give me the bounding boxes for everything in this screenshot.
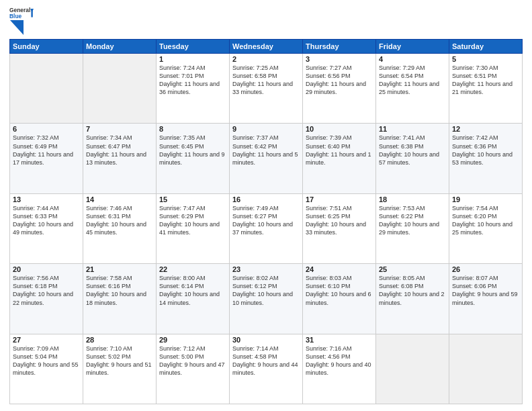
calendar-cell: 30Sunrise: 7:14 AM Sunset: 4:58 PM Dayli… — [230, 334, 303, 404]
calendar-cell: 24Sunrise: 8:03 AM Sunset: 6:10 PM Dayli… — [303, 264, 376, 334]
cell-info: Sunrise: 7:46 AM Sunset: 6:31 PM Dayligh… — [86, 204, 153, 237]
calendar-cell: 13Sunrise: 7:44 AM Sunset: 6:33 PM Dayli… — [10, 193, 83, 263]
calendar-cell — [449, 334, 523, 404]
calendar-cell: 5Sunrise: 7:30 AM Sunset: 6:51 PM Daylig… — [449, 54, 523, 124]
calendar-cell: 17Sunrise: 7:51 AM Sunset: 6:25 PM Dayli… — [303, 193, 376, 263]
calendar-cell: 20Sunrise: 7:56 AM Sunset: 6:18 PM Dayli… — [10, 264, 83, 334]
calendar-cell: 22Sunrise: 8:00 AM Sunset: 6:14 PM Dayli… — [157, 264, 230, 334]
calendar-cell: 19Sunrise: 7:54 AM Sunset: 6:20 PM Dayli… — [449, 193, 523, 263]
weekday-header-tuesday: Tuesday — [157, 40, 230, 54]
cell-info: Sunrise: 8:00 AM Sunset: 6:14 PM Dayligh… — [159, 274, 226, 307]
cell-info: Sunrise: 7:49 AM Sunset: 6:27 PM Dayligh… — [232, 204, 300, 237]
day-number: 12 — [452, 125, 519, 133]
calendar-cell: 31Sunrise: 7:16 AM Sunset: 4:56 PM Dayli… — [303, 334, 376, 404]
calendar-cell: 26Sunrise: 8:07 AM Sunset: 6:06 PM Dayli… — [449, 264, 523, 334]
calendar-cell: 11Sunrise: 7:41 AM Sunset: 6:38 PM Dayli… — [376, 124, 449, 193]
cell-info: Sunrise: 7:30 AM Sunset: 6:51 PM Dayligh… — [452, 64, 519, 97]
day-number: 4 — [379, 55, 446, 63]
weekday-header-monday: Monday — [83, 40, 157, 54]
cell-info: Sunrise: 7:09 AM Sunset: 5:04 PM Dayligh… — [13, 345, 80, 377]
svg-text:Blue: Blue — [9, 13, 22, 19]
calendar-cell: 23Sunrise: 8:02 AM Sunset: 6:12 PM Dayli… — [230, 264, 303, 334]
day-number: 29 — [159, 336, 226, 344]
day-number: 18 — [379, 195, 446, 203]
calendar-cell: 15Sunrise: 7:47 AM Sunset: 6:29 PM Dayli… — [157, 193, 230, 263]
calendar-cell: 8Sunrise: 7:35 AM Sunset: 6:45 PM Daylig… — [157, 124, 230, 193]
calendar-cell: 10Sunrise: 7:39 AM Sunset: 6:40 PM Dayli… — [303, 124, 376, 193]
cell-info: Sunrise: 7:32 AM Sunset: 6:49 PM Dayligh… — [13, 134, 80, 167]
day-number: 8 — [159, 125, 226, 133]
week-row-3: 13Sunrise: 7:44 AM Sunset: 6:33 PM Dayli… — [10, 193, 523, 263]
cell-info: Sunrise: 8:03 AM Sunset: 6:10 PM Dayligh… — [306, 274, 373, 307]
day-number: 30 — [232, 336, 300, 344]
svg-rect-3 — [31, 10, 32, 17]
weekday-header-sunday: Sunday — [10, 40, 83, 54]
cell-info: Sunrise: 8:02 AM Sunset: 6:12 PM Dayligh… — [232, 274, 300, 307]
day-number: 23 — [232, 265, 300, 273]
calendar-cell: 4Sunrise: 7:29 AM Sunset: 6:54 PM Daylig… — [376, 54, 449, 124]
day-number: 26 — [452, 265, 519, 273]
day-number: 31 — [306, 336, 373, 344]
calendar-cell: 28Sunrise: 7:10 AM Sunset: 5:02 PM Dayli… — [83, 334, 157, 404]
calendar-cell: 27Sunrise: 7:09 AM Sunset: 5:04 PM Dayli… — [10, 334, 83, 404]
cell-info: Sunrise: 7:56 AM Sunset: 6:18 PM Dayligh… — [13, 274, 80, 307]
cell-info: Sunrise: 7:42 AM Sunset: 6:36 PM Dayligh… — [452, 134, 519, 167]
cell-info: Sunrise: 7:39 AM Sunset: 6:40 PM Dayligh… — [306, 134, 373, 167]
cell-info: Sunrise: 7:37 AM Sunset: 6:42 PM Dayligh… — [232, 134, 300, 167]
cell-info: Sunrise: 7:16 AM Sunset: 4:56 PM Dayligh… — [306, 345, 373, 377]
calendar-cell: 25Sunrise: 8:05 AM Sunset: 6:08 PM Dayli… — [376, 264, 449, 334]
calendar-cell: 1Sunrise: 7:24 AM Sunset: 7:01 PM Daylig… — [157, 54, 230, 124]
calendar-cell — [10, 54, 83, 124]
logo-icon: General Blue — [9, 7, 34, 19]
cell-info: Sunrise: 7:53 AM Sunset: 6:22 PM Dayligh… — [379, 204, 446, 237]
day-number: 25 — [379, 265, 446, 273]
calendar-cell: 16Sunrise: 7:49 AM Sunset: 6:27 PM Dayli… — [230, 193, 303, 263]
cell-info: Sunrise: 7:10 AM Sunset: 5:02 PM Dayligh… — [86, 345, 153, 377]
day-number: 19 — [452, 195, 519, 203]
day-number: 10 — [306, 125, 373, 133]
weekday-header-thursday: Thursday — [303, 40, 376, 54]
weekday-header-wednesday: Wednesday — [230, 40, 303, 54]
week-row-1: 1Sunrise: 7:24 AM Sunset: 7:01 PM Daylig… — [10, 54, 523, 124]
day-number: 6 — [13, 125, 80, 133]
day-number: 24 — [306, 265, 373, 273]
cell-info: Sunrise: 7:34 AM Sunset: 6:47 PM Dayligh… — [86, 134, 153, 167]
day-number: 17 — [306, 195, 373, 203]
day-number: 28 — [86, 336, 153, 344]
cell-info: Sunrise: 7:35 AM Sunset: 6:45 PM Dayligh… — [159, 134, 226, 167]
day-number: 21 — [86, 265, 153, 273]
calendar-cell: 12Sunrise: 7:42 AM Sunset: 6:36 PM Dayli… — [449, 124, 523, 193]
cell-info: Sunrise: 7:14 AM Sunset: 4:58 PM Dayligh… — [232, 345, 300, 377]
calendar-cell: 9Sunrise: 7:37 AM Sunset: 6:42 PM Daylig… — [230, 124, 303, 193]
week-row-2: 6Sunrise: 7:32 AM Sunset: 6:49 PM Daylig… — [10, 124, 523, 193]
day-number: 27 — [13, 336, 80, 344]
calendar-cell — [83, 54, 157, 124]
weekday-header-friday: Friday — [376, 40, 449, 54]
calendar-cell: 6Sunrise: 7:32 AM Sunset: 6:49 PM Daylig… — [10, 124, 83, 193]
day-number: 5 — [452, 55, 519, 63]
cell-info: Sunrise: 7:44 AM Sunset: 6:33 PM Dayligh… — [13, 204, 80, 237]
calendar-cell: 29Sunrise: 7:12 AM Sunset: 5:00 PM Dayli… — [157, 334, 230, 404]
cell-info: Sunrise: 7:41 AM Sunset: 6:38 PM Dayligh… — [379, 134, 446, 167]
day-number: 2 — [232, 55, 300, 63]
day-number: 7 — [86, 125, 153, 133]
day-number: 13 — [13, 195, 80, 203]
cell-info: Sunrise: 7:12 AM Sunset: 5:00 PM Dayligh… — [159, 345, 226, 377]
day-number: 3 — [306, 55, 373, 63]
page: General Blue SundayMondayTuesdayWednesda… — [0, 0, 532, 411]
cell-info: Sunrise: 7:25 AM Sunset: 6:58 PM Dayligh… — [232, 64, 300, 97]
cell-info: Sunrise: 7:58 AM Sunset: 6:16 PM Dayligh… — [86, 274, 153, 307]
week-row-5: 27Sunrise: 7:09 AM Sunset: 5:04 PM Dayli… — [10, 334, 523, 404]
day-number: 1 — [159, 55, 226, 63]
calendar-cell — [376, 334, 449, 404]
cell-info: Sunrise: 8:05 AM Sunset: 6:08 PM Dayligh… — [379, 274, 446, 307]
calendar-cell: 18Sunrise: 7:53 AM Sunset: 6:22 PM Dayli… — [376, 193, 449, 263]
calendar-cell: 3Sunrise: 7:27 AM Sunset: 6:56 PM Daylig… — [303, 54, 376, 124]
weekday-header-saturday: Saturday — [449, 40, 523, 54]
cell-info: Sunrise: 7:51 AM Sunset: 6:25 PM Dayligh… — [306, 204, 373, 237]
day-number: 9 — [232, 125, 300, 133]
header: General Blue — [9, 7, 523, 35]
day-number: 14 — [86, 195, 153, 203]
cell-info: Sunrise: 7:54 AM Sunset: 6:20 PM Dayligh… — [452, 204, 519, 237]
cell-info: Sunrise: 8:07 AM Sunset: 6:06 PM Dayligh… — [452, 274, 519, 307]
